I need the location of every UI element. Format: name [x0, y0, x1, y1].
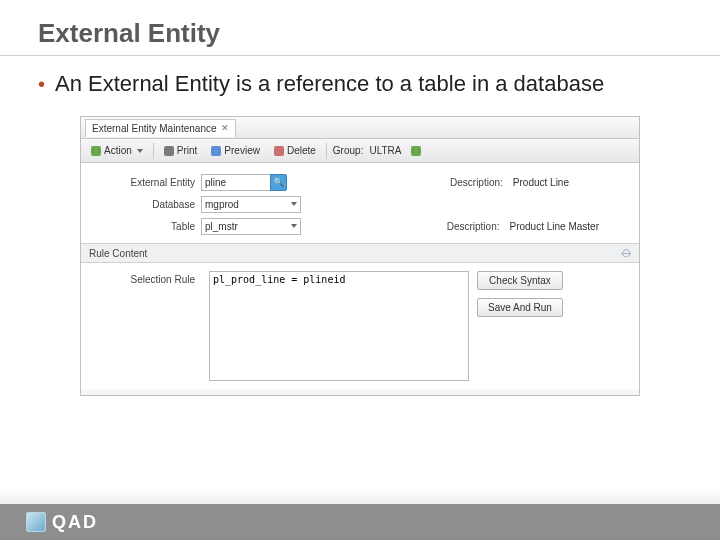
collapse-icon[interactable]: ⦵ [621, 247, 631, 260]
description-value-2: Product Line Master [506, 221, 600, 232]
database-select[interactable]: mgprod [201, 196, 301, 213]
action-icon [91, 146, 101, 156]
tab-bar: External Entity Maintenance ✕ [81, 117, 639, 139]
print-button[interactable]: Print [160, 144, 202, 157]
separator [326, 143, 327, 159]
chevron-down-icon [291, 224, 297, 228]
group-value: ULTRA [369, 145, 401, 156]
delete-label: Delete [287, 145, 316, 156]
check-syntax-button[interactable]: Check Syntax [477, 271, 563, 290]
brand-text: QAD [52, 512, 98, 533]
app-window: External Entity Maintenance ✕ Action Pri… [80, 116, 640, 396]
table-select[interactable]: pl_mstr [201, 218, 301, 235]
description-value-1: Product Line [509, 177, 569, 188]
table-label: Table [91, 221, 201, 232]
chevron-down-icon [291, 202, 297, 206]
lookup-icon[interactable]: 🔍 [270, 174, 287, 191]
page-title: External Entity [38, 18, 682, 49]
rule-area: Selection Rule Check Syntax Save And Run [81, 263, 639, 389]
tab-label: External Entity Maintenance [92, 123, 217, 134]
print-icon [164, 146, 174, 156]
group-label: Group: [333, 145, 364, 156]
external-entity-input[interactable]: pline [201, 174, 271, 191]
print-label: Print [177, 145, 198, 156]
brand-logo-icon [26, 512, 46, 532]
description-label-1: Description: [439, 177, 509, 188]
description-label-2: Description: [436, 221, 506, 232]
delete-button[interactable]: Delete [270, 144, 320, 157]
selection-rule-input[interactable] [209, 271, 469, 381]
bullet-item: • An External Entity is a reference to a… [38, 70, 682, 98]
close-icon[interactable]: ✕ [221, 123, 229, 133]
database-label: Database [91, 199, 201, 210]
bullet-dot-icon: • [38, 70, 45, 98]
save-icon [411, 146, 421, 156]
preview-label: Preview [224, 145, 260, 156]
save-and-run-button[interactable]: Save And Run [477, 298, 563, 317]
footer-shadow [0, 488, 720, 504]
bullet-text: An External Entity is a reference to a t… [55, 70, 604, 98]
database-value: mgprod [205, 197, 239, 212]
form-area: External Entity pline 🔍 Description: Pro… [81, 163, 639, 243]
toolbar: Action Print Preview Delete Group: [81, 139, 639, 163]
tab-external-entity-maintenance[interactable]: External Entity Maintenance ✕ [85, 119, 236, 137]
footer-brand: QAD [0, 504, 720, 540]
rule-content-label: Rule Content [89, 248, 147, 259]
table-value: pl_mstr [205, 219, 238, 234]
chevron-down-icon [137, 149, 143, 153]
separator [153, 143, 154, 159]
rule-content-header[interactable]: Rule Content ⦵ [81, 243, 639, 263]
delete-icon [274, 146, 284, 156]
action-label: Action [104, 145, 132, 156]
preview-icon [211, 146, 221, 156]
preview-button[interactable]: Preview [207, 144, 264, 157]
selection-rule-label: Selection Rule [91, 271, 201, 381]
action-menu[interactable]: Action [87, 144, 147, 157]
save-button[interactable] [407, 145, 425, 157]
external-entity-label: External Entity [91, 177, 201, 188]
